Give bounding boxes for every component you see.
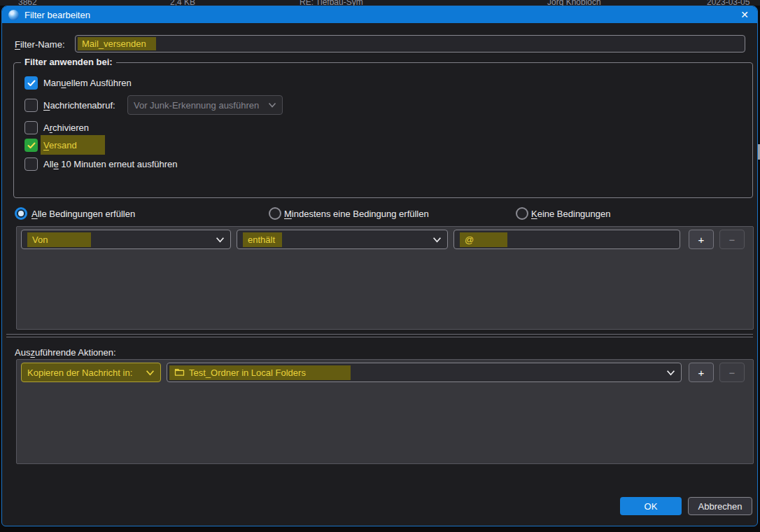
bg-cell: 3862 bbox=[18, 0, 37, 6]
add-condition-button[interactable]: + bbox=[689, 230, 714, 249]
action-target-folder-dropdown[interactable]: Test_Ordner in Local Folders bbox=[167, 363, 682, 382]
condition-value: @ bbox=[460, 232, 507, 247]
apply-when-legend: Filter anwenden bei: bbox=[21, 57, 116, 67]
checkbox-sending-label[interactable]: Versand bbox=[43, 139, 77, 152]
chevron-down-icon bbox=[432, 237, 442, 243]
dialog-titlebar[interactable]: Filter bearbeiten ✕ bbox=[2, 6, 757, 23]
check-icon bbox=[27, 142, 36, 149]
condition-operator-value: enthält bbox=[243, 232, 282, 247]
junk-timing-dropdown[interactable]: Vor Junk-Erkennung ausführen bbox=[127, 95, 283, 115]
folder-icon bbox=[174, 368, 185, 377]
dialog-title: Filter bearbeiten bbox=[24, 10, 90, 20]
radio-match-all-label[interactable]: Alle Bedingungen erfüllen bbox=[31, 209, 135, 220]
actions-label: Auszuführende Aktionen: bbox=[15, 347, 116, 358]
actions-panel: Kopieren der Nachricht in: Test_Ordner i… bbox=[16, 359, 754, 464]
filter-name-value: Mail_versenden bbox=[78, 37, 156, 50]
junk-timing-value: Vor Junk-Erkennung ausführen bbox=[134, 100, 259, 111]
condition-attribute-value: Von bbox=[27, 232, 91, 247]
action-target-value: Test_Ordner in Local Folders bbox=[189, 368, 306, 378]
checkbox-fetch-mail[interactable] bbox=[24, 99, 38, 112]
cancel-button[interactable]: Abbrechen bbox=[688, 497, 752, 515]
condition-value-input[interactable]: @ bbox=[453, 230, 680, 249]
filter-name-label: Filter-Name: bbox=[15, 39, 65, 50]
checkbox-manual-run[interactable] bbox=[24, 76, 38, 90]
bg-cell: RE: Tiefbau-Sym bbox=[300, 0, 363, 6]
remove-action-button[interactable]: − bbox=[719, 363, 745, 382]
filter-edit-dialog: Filter bearbeiten ✕ Filter-Name: Mail_ve… bbox=[1, 6, 758, 526]
action-target-highlight: Test_Ordner in Local Folders bbox=[169, 365, 351, 380]
bg-cell: Jörg Knobloch bbox=[547, 0, 601, 6]
remove-condition-button[interactable]: − bbox=[719, 230, 745, 249]
app-icon bbox=[8, 10, 19, 20]
condition-operator-dropdown[interactable]: enthält bbox=[237, 230, 448, 249]
radio-match-any-label[interactable]: Mindestens eine Bedingung erfüllen bbox=[284, 209, 429, 220]
apply-when-group: Filter anwenden bei: Manuellem Ausführen… bbox=[13, 62, 753, 198]
checkbox-sending[interactable] bbox=[24, 139, 38, 152]
chevron-down-icon bbox=[268, 102, 276, 108]
chevron-down-icon bbox=[666, 370, 675, 376]
ok-button[interactable]: OK bbox=[620, 497, 682, 515]
close-icon[interactable]: ✕ bbox=[732, 6, 757, 23]
radio-match-none[interactable] bbox=[516, 207, 528, 220]
add-action-button[interactable]: + bbox=[689, 363, 714, 382]
filter-name-input[interactable]: Mail_versenden bbox=[75, 35, 745, 52]
radio-match-all[interactable] bbox=[15, 207, 27, 220]
condition-attribute-dropdown[interactable]: Von bbox=[21, 230, 231, 249]
action-type-value: Kopieren der Nachricht in: bbox=[27, 368, 132, 378]
action-type-dropdown[interactable]: Kopieren der Nachricht in: bbox=[21, 363, 161, 382]
checkbox-fetch-mail-label[interactable]: Nachrichtenabruf: bbox=[43, 99, 115, 112]
splitter-handle[interactable] bbox=[6, 334, 753, 337]
checkbox-archiving-label[interactable]: Archivieren bbox=[43, 121, 89, 134]
chevron-down-icon bbox=[146, 370, 155, 376]
radio-match-none-label[interactable]: Keine Bedingungen bbox=[531, 209, 611, 220]
radio-match-any[interactable] bbox=[269, 207, 281, 220]
checkbox-manual-run-label[interactable]: Manuellem Ausführen bbox=[43, 76, 132, 90]
background-window-strip: 3862 2,4 KB RE: Tiefbau-Sym Jörg Knobloc… bbox=[0, 0, 760, 6]
check-icon bbox=[27, 80, 36, 87]
checkbox-archiving[interactable] bbox=[24, 121, 38, 134]
checkbox-periodic-run[interactable] bbox=[24, 158, 38, 171]
chevron-down-icon bbox=[216, 237, 225, 243]
conditions-panel: Von enthält @ + − bbox=[16, 226, 754, 330]
bg-cell: 2,4 KB bbox=[170, 0, 195, 6]
bg-cell: 2023-03-05 bbox=[707, 0, 750, 6]
checkbox-periodic-run-label[interactable]: Alle 10 Minuten erneut ausführen bbox=[43, 158, 178, 171]
